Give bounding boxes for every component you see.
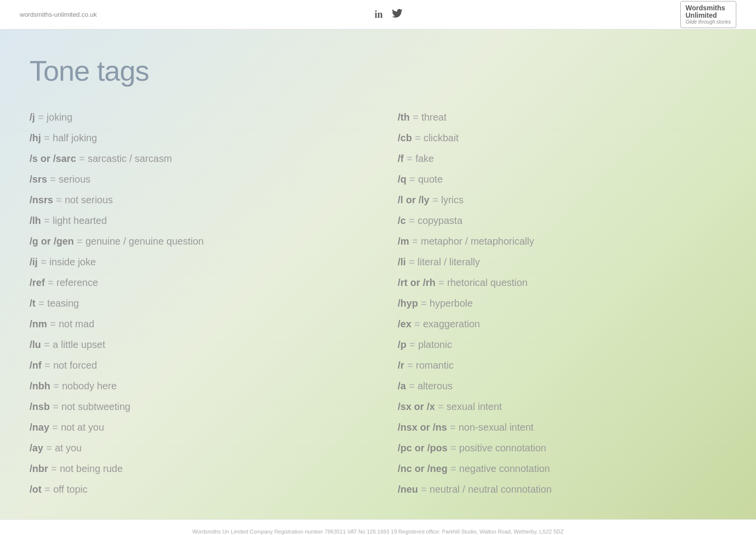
tag-code: /ot xyxy=(30,482,41,496)
tag-description: neutral / neutral connotation xyxy=(430,482,552,496)
tag-equals: = xyxy=(50,172,56,186)
tag-description: not subtweeting xyxy=(62,400,130,413)
tag-equals: = xyxy=(412,234,418,248)
tag-code: /lu xyxy=(30,338,41,351)
tag-equals: = xyxy=(407,358,413,372)
tag-equals: = xyxy=(44,214,50,227)
tag-code: /nsrs xyxy=(30,193,53,207)
tag-description: not being rude xyxy=(60,462,123,475)
list-item: /m=metaphor / metaphorically xyxy=(398,231,726,252)
tag-code: /srs xyxy=(30,172,47,186)
tag-equals: = xyxy=(48,276,54,289)
tag-description: genuine / genuine question xyxy=(86,234,204,248)
list-item: /ref=reference xyxy=(30,272,358,293)
tag-equals: = xyxy=(44,131,50,145)
list-item: /sx or /x=sexual intent xyxy=(398,396,726,417)
list-item: /nf=not forced xyxy=(30,355,358,376)
list-item: /a=alterous xyxy=(398,376,726,396)
tag-code: /t xyxy=(30,296,35,310)
tag-equals: = xyxy=(438,400,444,413)
page-title: Tone tags xyxy=(30,54,726,87)
tag-equals: = xyxy=(450,420,456,434)
site-header: wordsmiths-unlimited.co.uk in Wordsmiths… xyxy=(0,0,756,30)
tag-equals: = xyxy=(421,296,427,310)
tag-description: hyperbole xyxy=(430,296,473,310)
tag-code: /j xyxy=(30,110,35,124)
list-item: /lu=a little upset xyxy=(30,334,358,355)
tag-equals: = xyxy=(409,379,415,393)
tag-code: /sx or /x xyxy=(398,400,435,413)
tag-description: rhetorical question xyxy=(447,276,527,289)
tag-code: /nsx or /ns xyxy=(398,420,447,434)
tag-code: /nay xyxy=(30,420,49,434)
tag-description: quote xyxy=(418,172,442,186)
tag-equals: = xyxy=(56,193,62,207)
tag-equals: = xyxy=(409,255,415,269)
tag-description: sarcastic / sarcasm xyxy=(88,152,172,165)
tag-code: /rt or /rh xyxy=(398,276,436,289)
list-item: /g or /gen=genuine / genuine question xyxy=(30,231,358,252)
tag-code: /ay xyxy=(30,441,43,455)
logo-name: WordsmithsUnlimited xyxy=(686,4,731,20)
list-item: /nsx or /ns=non-sexual intent xyxy=(398,417,726,438)
linkedin-icon[interactable]: in xyxy=(375,9,383,20)
list-item: /s or /sarc=sarcastic / sarcasm xyxy=(30,148,358,169)
tag-code: /r xyxy=(398,358,404,372)
tag-description: romantic xyxy=(416,358,454,372)
tag-description: alterous xyxy=(417,379,452,393)
tag-description: literal / literally xyxy=(417,255,480,269)
list-item: /l or /ly=lyrics xyxy=(398,189,726,210)
tag-code: /ij xyxy=(30,255,38,269)
tag-description: off topic xyxy=(53,482,88,496)
tag-equals: = xyxy=(433,193,439,207)
tag-description: at you xyxy=(55,441,82,455)
tag-code: /nc or /neg xyxy=(398,462,447,475)
tag-code: /l or /ly xyxy=(398,193,430,207)
tag-description: positive connotation xyxy=(459,441,546,455)
tag-equals: = xyxy=(414,317,420,331)
tag-code: /c xyxy=(398,214,406,227)
tag-description: half joking xyxy=(53,131,97,145)
website-url: wordsmiths-unlimited.co.uk xyxy=(20,11,97,18)
tag-equals: = xyxy=(407,152,412,165)
tag-code: /m xyxy=(398,234,409,248)
tag-equals: = xyxy=(410,338,415,351)
tag-equals: = xyxy=(53,400,59,413)
list-item: /ex=exaggeration xyxy=(398,314,726,334)
twitter-icon[interactable] xyxy=(392,9,403,20)
tag-code: /nbh xyxy=(30,379,50,393)
tag-equals: = xyxy=(38,110,44,124)
site-footer: Wordsmiths Un Limited Company Registrati… xyxy=(0,519,756,535)
tag-code: /nsb xyxy=(30,400,50,413)
tag-description: nobody here xyxy=(62,379,117,393)
tag-description: reference xyxy=(57,276,98,289)
tag-equals: = xyxy=(38,296,44,310)
tag-code: /nf xyxy=(30,358,41,372)
tag-code: /neu xyxy=(398,482,418,496)
tags-left-column: /j=joking/hj=half joking/s or /sarc=sarc… xyxy=(30,107,358,500)
tag-equals: = xyxy=(439,276,444,289)
tag-code: /pc or /pos xyxy=(398,441,447,455)
tag-description: sexual intent xyxy=(446,400,502,413)
tag-description: lyrics xyxy=(441,193,464,207)
list-item: /j=joking xyxy=(30,107,358,127)
tag-equals: = xyxy=(46,441,52,455)
tag-equals: = xyxy=(44,338,50,351)
list-item: /cb=clickbait xyxy=(398,127,726,148)
tag-description: inside joke xyxy=(49,255,96,269)
list-item: /ij=inside joke xyxy=(30,252,358,272)
tag-code: /q xyxy=(398,172,407,186)
list-item: /hj=half joking xyxy=(30,127,358,148)
tag-code: /ex xyxy=(398,317,411,331)
list-item: /srs=serious xyxy=(30,169,358,189)
tag-code: /lh xyxy=(30,214,41,227)
tag-code: /hyp xyxy=(398,296,418,310)
tags-right-column: /th=threat/cb=clickbait/f=fake/q=quote/l… xyxy=(398,107,726,500)
list-item: /ay=at you xyxy=(30,438,358,458)
logo-tagline: Glide through stories xyxy=(686,19,731,25)
tag-code: /nm xyxy=(30,317,47,331)
tag-equals: = xyxy=(44,358,50,372)
tag-code: /p xyxy=(398,338,407,351)
tag-code: /hj xyxy=(30,131,41,145)
list-item: /neu=neutral / neutral connotation xyxy=(398,479,726,500)
